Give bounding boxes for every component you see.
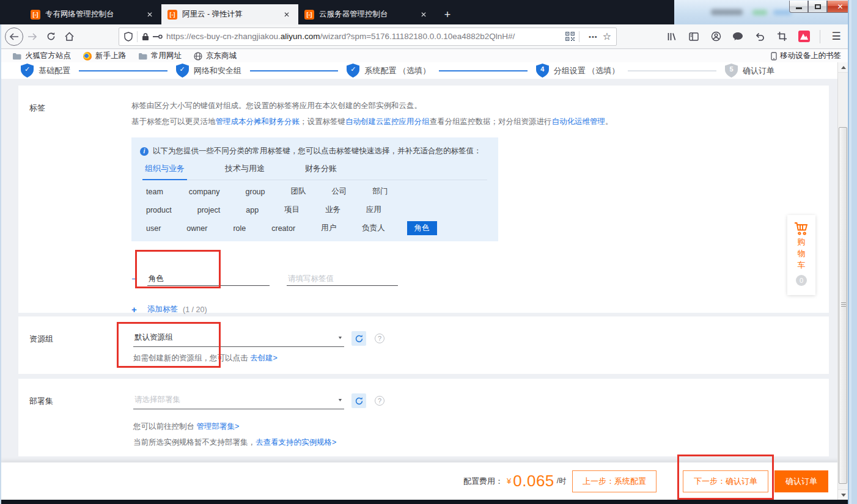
price-label: 配置费用： [463,476,503,487]
tag-value-input[interactable] [287,272,398,286]
minimize-button[interactable] [789,1,808,13]
bookmark-getting-started[interactable]: 新手上路 [83,51,126,61]
home-button[interactable] [60,27,78,46]
url-bar[interactable]: https://ecs-buy-cn-zhangjiakou.aliyun.co… [119,27,617,46]
minimize-icon [796,7,802,9]
menu-button[interactable]: ☰ [827,27,845,46]
tag-key-user[interactable]: user [142,223,164,234]
step-label: 分组设置 （选填） [554,65,620,76]
tab-close-icon[interactable]: ✕ [418,9,429,20]
tag-key-role[interactable]: role [229,223,249,234]
remove-tag-icon[interactable]: − [131,274,147,285]
manage-deployment-set-link[interactable]: 管理部署集> [196,422,239,431]
shopping-cart-widget[interactable]: 购 物 车 0 [787,215,815,295]
bookmark-jd-mall[interactable]: 京东商城 [194,51,237,61]
tag-key-yingyong[interactable]: 应用 [362,203,385,216]
back-button[interactable] [5,27,23,46]
new-tab-button[interactable]: + [439,6,456,23]
scrollbar-down-button[interactable] [838,489,848,500]
qr-code-icon[interactable] [565,32,575,41]
step-system-config[interactable]: ✓ 系统配置 （选填） [347,64,430,78]
reload-button[interactable] [42,27,60,46]
tab-close-icon[interactable]: ✕ [281,9,292,20]
tab-finance[interactable]: 财务分账 [305,163,337,174]
bookmark-common-sites[interactable]: 常用网址 [138,51,182,61]
page-scrollbar[interactable] [837,62,848,500]
prev-step-button[interactable]: 上一步：系统配置 [572,470,657,492]
tag-key-xiangmu[interactable]: 项目 [281,203,303,216]
tab-ecs-buy-active[interactable]: [-] 阿里云 - 弹性计算 ✕ [161,4,298,24]
tag-key-bumen[interactable]: 部门 [369,185,392,198]
tag-key-owner[interactable]: owner [183,223,211,234]
add-tag-link[interactable]: 添加标签 [147,304,178,315]
tag-key-company[interactable]: company [185,186,224,197]
wizard-steps: ✓ 基础配置 ✓ 网络和安全组 ✓ 系统配置 （选填） [0,62,848,79]
tag-description: 标签由区分大小写的键值对组成。您设置的标签将应用在本次创建的全部实例和云盘。 基… [131,98,613,130]
tag-key-project[interactable]: project [194,205,224,216]
resource-group-section: 资源组 默认资源组 ▼ ? 如需创建新的资源组，您可以点击 去创建> [18,316,829,374]
tab-org-business[interactable]: 组织与业务 [145,163,185,174]
folder-icon [12,53,21,60]
step-confirm-order[interactable]: 5 确认订单 [725,64,774,78]
refresh-deployment-set-button[interactable] [351,393,366,408]
price-block: 配置费用： ¥ 0.065 /时 [463,462,566,500]
add-tag-icon[interactable]: + [131,304,142,315]
tag-key-gongsi[interactable]: 公司 [328,185,351,198]
supported-instance-types-link[interactable]: 去查看支持的实例规格> [256,438,336,447]
link-cost-allocation[interactable]: 管理成本分摊和财务分账 [216,117,300,126]
next-step-button[interactable]: 下一步：确认订单 [683,470,768,492]
tab-ecs-console[interactable]: [-] 云服务器管理控制台 ✕ [298,4,435,24]
tag-description-line1: 标签由区分大小写的键值对组成。您设置的标签将应用在本次创建的全部实例和云盘。 [131,98,613,114]
undo-extension-button[interactable] [751,27,769,46]
tag-key-creator[interactable]: creator [268,223,299,234]
sidebar-button[interactable] [685,27,703,46]
maximize-button[interactable] [808,1,827,13]
step-network-security[interactable]: ✓ 网络和安全组 [176,64,241,78]
mobile-bookmarks[interactable]: 移动设备上的书签 [771,51,841,61]
scrollbar-thumb[interactable] [839,127,847,484]
help-icon[interactable]: ? [375,334,384,343]
tag-key-group[interactable]: group [242,186,269,197]
confirm-order-button[interactable]: 确认订单 [774,470,828,492]
tab-vpc-console[interactable]: [-] 专有网络管理控制台 ✕ [24,4,161,24]
tab-close-icon[interactable]: ✕ [144,9,155,20]
account-button[interactable] [707,27,725,46]
step-grouping-current[interactable]: 4 分组设置 （选填） [536,64,620,78]
tab-title: 云服务器管理控制台 [319,9,418,20]
help-icon[interactable]: ? [375,396,384,406]
tag-key-product[interactable]: product [142,205,175,216]
resource-group-label: 资源组 [29,334,53,345]
tag-key-input[interactable] [147,272,270,286]
resource-group-select[interactable]: 默认资源组 ▼ [133,330,344,347]
tag-key-fuzeren[interactable]: 负责人 [358,222,389,235]
forward-button[interactable] [23,27,42,46]
screenshot-crop-button[interactable] [773,27,791,46]
red-extension-button[interactable] [795,27,813,46]
tag-key-juese-selected[interactable]: 角色 [407,221,437,235]
step-basic-config[interactable]: ✓ 基础配置 [21,64,70,78]
bookmark-firefox-official[interactable]: 火狐官方站点 [12,51,71,61]
tag-key-yonghu[interactable]: 用户 [317,222,340,235]
tag-key-team[interactable]: team [142,186,167,197]
link-cloud-monitor-group[interactable]: 自动创建云监控应用分组 [345,117,430,126]
page-actions-icon[interactable]: ••• [589,33,598,40]
hint-text: 当前所选实例规格暂不支持部署集， [133,438,256,447]
scroll-down-icon [841,494,846,497]
url-domain: aliyun.com [281,32,320,41]
scrollbar-up-button[interactable] [838,62,848,73]
link-automated-ops[interactable]: 自动化运维管理 [552,117,606,126]
key-permission-icon [153,34,163,39]
tab-tech-usage[interactable]: 技术与用途 [225,163,265,174]
tag-key-tuandui[interactable]: 团队 [287,185,310,198]
tag-key-yewu[interactable]: 业务 [322,203,344,216]
create-resource-group-link[interactable]: 去创建> [250,354,278,362]
library-button[interactable] [663,27,681,46]
deployment-set-select[interactable]: 请选择部署集 ▼ [133,392,344,409]
chat-bubble-icon [732,32,743,41]
tag-key-app[interactable]: app [242,205,262,216]
add-tag-row[interactable]: + 添加标签 (1 / 20) [131,304,207,315]
tracking-protection-shield-icon [124,32,133,42]
bookmark-star-icon[interactable]: ☆ [603,31,611,42]
refresh-resource-group-button[interactable] [351,331,366,346]
wechat-extension-button[interactable] [729,27,747,46]
